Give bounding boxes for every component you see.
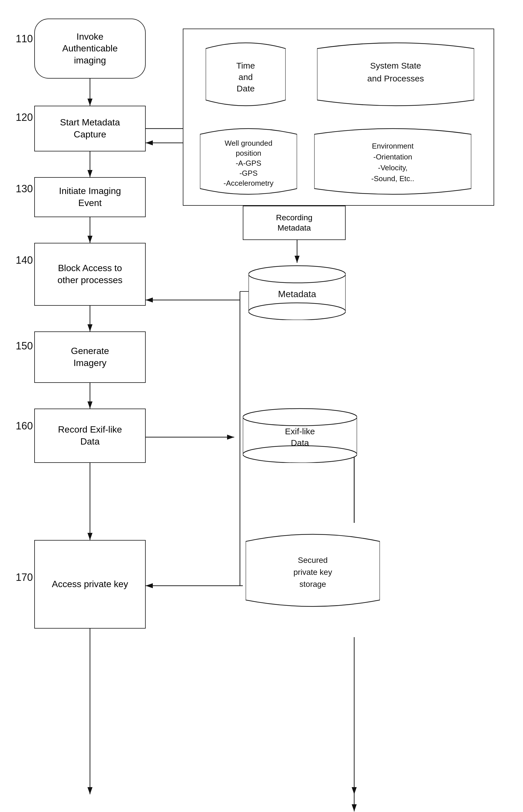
step-170-label: 170	[16, 572, 33, 583]
svg-text:Secured: Secured	[298, 556, 328, 564]
invoke-box: Invoke Authenticable imaging	[34, 19, 146, 78]
invoke-text: Invoke Authenticable imaging	[62, 31, 118, 67]
initiate-imaging-box: Initiate Imaging Event	[34, 177, 146, 217]
environment-shape: Environment -Orientation -Velocity, -Sou…	[314, 126, 471, 197]
svg-point-46	[243, 446, 357, 463]
svg-text:Time: Time	[236, 61, 255, 70]
svg-text:storage: storage	[299, 580, 326, 589]
block-access-box: Block Access to other processes	[34, 243, 146, 306]
svg-text:position: position	[236, 149, 262, 158]
step-110-label: 110	[16, 33, 33, 45]
svg-text:Well grounded: Well grounded	[224, 139, 272, 147]
metadata-cylinder: Metadata	[249, 263, 346, 320]
svg-text:private key: private key	[293, 568, 332, 577]
initiate-imaging-text: Initiate Imaging Event	[59, 185, 121, 209]
svg-text:Environment: Environment	[372, 142, 414, 150]
svg-text:-Orientation: -Orientation	[373, 152, 412, 161]
access-private-key-text: Access private key	[52, 578, 128, 590]
svg-text:-GPS: -GPS	[239, 169, 258, 177]
svg-text:and: and	[238, 72, 253, 82]
record-exif-box: Record Exif-like Data	[34, 409, 146, 463]
svg-text:Date: Date	[236, 84, 254, 93]
generate-imagery-text: Generate Imagery	[71, 345, 109, 369]
record-exif-text: Record Exif-like Data	[58, 424, 122, 447]
svg-text:-Accelerometry: -Accelerometry	[224, 179, 274, 187]
time-date-shape: Time and Date	[206, 40, 286, 109]
svg-text:-Velocity,: -Velocity,	[378, 163, 408, 172]
step-140-label: 140	[16, 254, 33, 266]
gps-shape: Well grounded position -A-GPS -GPS -Acce…	[200, 126, 297, 197]
access-private-key-box: Access private key	[34, 540, 146, 629]
svg-text:Data: Data	[291, 438, 309, 447]
svg-point-39	[249, 266, 346, 283]
svg-text:Exif-like: Exif-like	[285, 427, 315, 436]
svg-text:System State: System State	[370, 61, 421, 70]
diagram-container: 110 Invoke Authenticable imaging 120 Sta…	[0, 0, 523, 812]
step-160-label: 160	[16, 420, 33, 432]
step-150-label: 150	[16, 340, 33, 352]
start-metadata-text: Start Metadata Capture	[60, 116, 120, 140]
svg-text:-Sound, Etc..: -Sound, Etc..	[371, 174, 414, 183]
svg-point-40	[249, 303, 346, 320]
system-state-shape: System State and Processes	[317, 40, 474, 109]
svg-point-45	[243, 409, 357, 426]
exif-data-cylinder: Exif-like Data	[243, 406, 357, 463]
generate-imagery-box: Generate Imagery	[34, 331, 146, 383]
block-access-text: Block Access to other processes	[57, 262, 123, 286]
svg-text:-A-GPS: -A-GPS	[236, 159, 262, 167]
recording-metadata-box: Recording Metadata	[243, 206, 346, 240]
svg-text:Metadata: Metadata	[278, 289, 316, 299]
secured-key-storage-shape: Secured private key storage	[246, 531, 380, 611]
step-130-label: 130	[16, 183, 33, 195]
start-metadata-box: Start Metadata Capture	[34, 106, 146, 151]
recording-metadata-text: Recording Metadata	[276, 213, 312, 233]
step-120-label: 120	[16, 111, 33, 123]
svg-text:and Processes: and Processes	[367, 74, 424, 83]
